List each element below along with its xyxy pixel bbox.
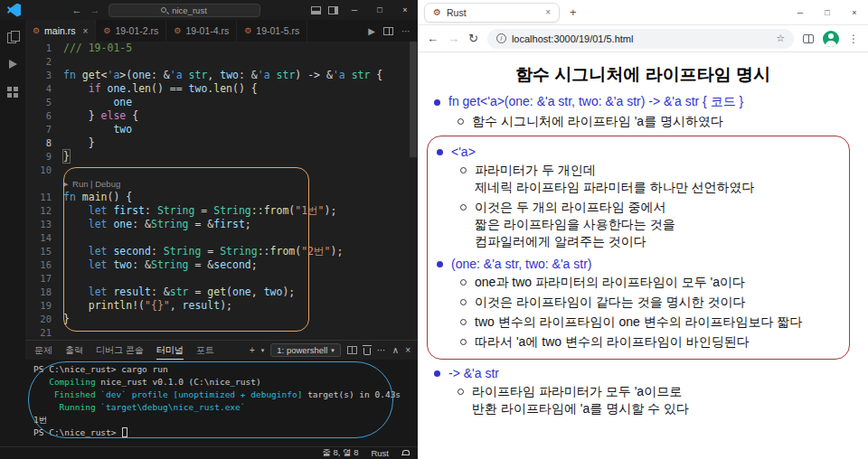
address-bar[interactable]: i localhost:3000/19/01/5.html ☆: [487, 29, 794, 49]
editor-tab-19-01-4.rs[interactable]: ⚙19-01-4.rs: [166, 20, 237, 42]
terminal-shell-select[interactable]: 1: powershell ▾: [270, 343, 341, 357]
new-tab-button[interactable]: +: [570, 5, 577, 19]
run-file-icon[interactable]: ▶: [368, 26, 375, 36]
code-line[interactable]: 8 }: [25, 136, 418, 150]
code-line[interactable]: 20}: [25, 313, 418, 326]
code-line[interactable]: 6 } else {: [25, 109, 418, 123]
panel-tab-터미널[interactable]: 터미널: [156, 341, 184, 360]
line-number: 20: [25, 313, 63, 326]
topic-item: (one: &'a str, two: &'a str)one과 two 파라미…: [428, 257, 845, 351]
kill-terminal-icon[interactable]: [363, 348, 371, 355]
scrollbar-thumb[interactable]: [410, 42, 417, 157]
activity-bar: [0, 20, 25, 446]
titlebar-center: ← → nice_rust: [21, 4, 311, 17]
code-line[interactable]: 11fn main() {: [25, 191, 418, 204]
more-actions-icon[interactable]: ⋯: [401, 26, 410, 36]
minimize-button[interactable]: ─: [787, 0, 814, 25]
more-actions-icon[interactable]: ⋯: [377, 345, 386, 355]
maximize-button[interactable]: □: [814, 0, 841, 25]
split-terminal-icon[interactable]: [347, 346, 357, 354]
close-button[interactable]: ×: [841, 0, 868, 25]
code-text: one: [63, 96, 132, 109]
history-forward-icon[interactable]: →: [90, 5, 100, 15]
cursor-position[interactable]: 줄 8, 열 8: [322, 447, 358, 459]
hollow-bullet-icon: [458, 389, 464, 395]
panel-tab-디버그 콘솔[interactable]: 디버그 콘솔: [96, 341, 144, 360]
topic-code: <'a>: [451, 145, 476, 159]
extensions-icon[interactable]: [7, 87, 12, 91]
customize-layout-icon[interactable]: [328, 6, 338, 14]
notifications-bell-icon[interactable]: [401, 450, 409, 457]
line-number: 9: [25, 150, 63, 164]
code-line[interactable]: 4 if one.len() == two.len() {: [25, 82, 418, 96]
editor-tab-19-01-2.rs[interactable]: ⚙19-01-2.rs: [96, 20, 166, 42]
code-line[interactable]: 7 two: [25, 123, 418, 136]
language-mode[interactable]: Rust: [371, 448, 389, 458]
code-line[interactable]: 12 let first: String = String::from("1번"…: [25, 204, 418, 218]
code-line[interactable]: 14: [25, 231, 418, 245]
panel-tab-출력[interactable]: 출력: [65, 341, 83, 360]
run-debug-icon[interactable]: [9, 60, 17, 69]
browser-tab[interactable]: ⚙ Rust ×: [424, 3, 560, 23]
code-line[interactable]: 15 let second: String = String::from("2번…: [25, 245, 418, 258]
code-line[interactable]: 19 println!("{}", result);: [25, 299, 418, 313]
rust-file-icon: ⚙: [33, 26, 40, 35]
explorer-icon[interactable]: [7, 31, 18, 42]
code-line[interactable]: 17: [25, 272, 418, 286]
browser-tab-title: Rust: [447, 7, 540, 18]
tab-close-icon[interactable]: ×: [83, 26, 89, 36]
back-icon[interactable]: ←: [427, 32, 439, 45]
code-line[interactable]: 5 one: [25, 96, 418, 109]
split-screen-icon[interactable]: [803, 34, 814, 43]
close-button[interactable]: ×: [396, 5, 414, 14]
tab-close-icon[interactable]: ×: [545, 7, 551, 17]
topic-item: <'a>파라미터가 두 개인데제네릭 라이프타임 파라미터를 하나만 선언하였다…: [428, 145, 845, 250]
code-lens-row[interactable]: ▶ Run | Debug: [25, 177, 418, 191]
code-line[interactable]: 2: [25, 55, 418, 69]
new-terminal-icon[interactable]: +: [250, 345, 255, 355]
command-center-search[interactable]: nice_rust: [108, 4, 260, 17]
editor-column: ⚙main.rs×⚙19-01-2.rs⚙19-01-4.rs⚙19-01-5.…: [25, 20, 418, 446]
search-text: nice_rust: [172, 5, 207, 15]
terminal-panel[interactable]: PS C:\nice_rust> cargo run Compiling nic…: [25, 360, 418, 446]
site-info-icon[interactable]: i: [496, 33, 506, 43]
panel-actions: + ▾ 1: powershell ▾ ⋯ ∧ ×: [250, 343, 410, 357]
code-line[interactable]: 1/// 19-01-5: [25, 42, 418, 55]
code-editor[interactable]: 1/// 19-01-523fn get<'a>(one: &'a str, t…: [25, 42, 418, 340]
code-line[interactable]: 13 let one: &String = &first;: [25, 218, 418, 231]
line-number: 13: [25, 218, 63, 231]
hollow-bullet-icon: [460, 204, 467, 211]
browser-menu-icon[interactable]: ⋮: [848, 33, 859, 45]
editor-scrollbar[interactable]: [409, 42, 418, 340]
editor-tab-main.rs[interactable]: ⚙main.rs×: [25, 20, 96, 42]
vscode-titlebar: ← → nice_rust ─ □ ×: [0, 0, 418, 20]
editor-tab-19-01-5.rs[interactable]: ⚙19-01-5.rs: [237, 20, 307, 42]
split-editor-icon[interactable]: [383, 27, 393, 35]
maximize-button[interactable]: □: [371, 5, 389, 14]
url-text[interactable]: localhost:3000/19/01/5.html: [512, 33, 770, 44]
line-number: 19: [25, 299, 63, 313]
minimize-button[interactable]: ─: [345, 5, 363, 14]
code-line[interactable]: 21: [25, 326, 418, 340]
code-line[interactable]: 3fn get<'a>(one: &'a str, two: &'a str) …: [25, 69, 418, 82]
refresh-icon[interactable]: ↻: [468, 32, 478, 45]
bullet-dot-icon: [434, 99, 440, 106]
chevron-down-icon[interactable]: ▾: [261, 347, 265, 354]
panel-tab-문제[interactable]: 문제: [34, 341, 52, 360]
topic-head: -> &'a str: [434, 366, 861, 380]
history-back-icon[interactable]: ←: [72, 5, 82, 15]
profile-avatar[interactable]: [823, 31, 839, 47]
sub-line: 반환 라이프타임에 'a를 명시할 수 있다: [472, 400, 689, 417]
toggle-panel-icon[interactable]: [311, 6, 321, 14]
forward-icon[interactable]: →: [448, 32, 459, 45]
code-line[interactable]: 16 let two: &String = &second;: [25, 258, 418, 272]
maximize-panel-icon[interactable]: ∧: [392, 345, 399, 355]
code-line[interactable]: 10: [25, 164, 418, 177]
code-line[interactable]: 9}: [25, 150, 418, 164]
close-panel-icon[interactable]: ×: [405, 345, 410, 355]
bookmark-star-icon[interactable]: ☆: [776, 33, 785, 44]
code-area: 1/// 19-01-523fn get<'a>(one: &'a str, t…: [25, 42, 418, 340]
panel-tab-포트[interactable]: 포트: [196, 341, 214, 360]
code-line[interactable]: 18 let result: &str = get(one, two);: [25, 286, 418, 299]
code-lens-run-debug[interactable]: ▶ Run | Debug: [63, 179, 120, 189]
